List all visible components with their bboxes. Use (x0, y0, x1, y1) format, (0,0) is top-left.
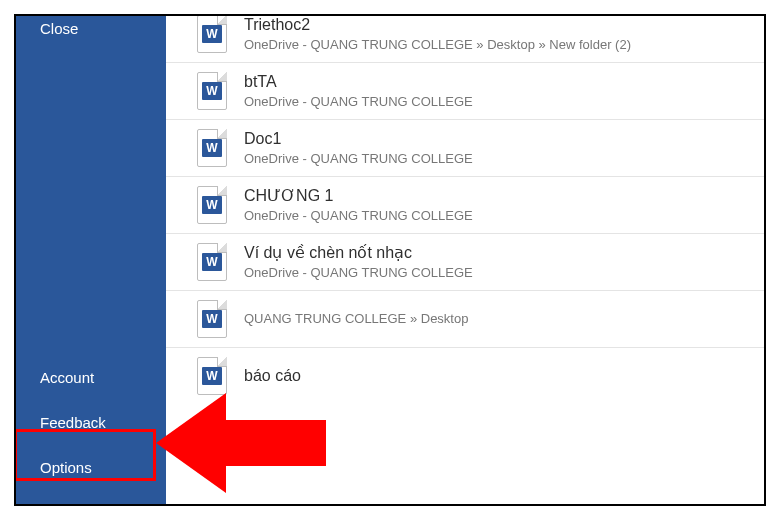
file-text: Triethoc2 OneDrive - QUANG TRUNG COLLEGE… (244, 14, 631, 53)
recent-document-row[interactable]: W QUANG TRUNG COLLEGE » Desktop (166, 291, 764, 348)
file-name: Ví dụ về chèn nốt nhạc (244, 242, 473, 264)
file-path: OneDrive - QUANG TRUNG COLLEGE (244, 150, 473, 168)
file-path: OneDrive - QUANG TRUNG COLLEGE (244, 264, 473, 282)
word-document-icon: W (194, 242, 230, 282)
file-path: OneDrive - QUANG TRUNG COLLEGE » Desktop… (244, 36, 631, 54)
word-document-icon: W (194, 71, 230, 111)
file-name: Triethoc2 (244, 14, 631, 36)
word-backstage-view: Close Account Feedback Options W (16, 14, 764, 506)
sidebar-item-label: Feedback (40, 414, 106, 431)
recent-document-row[interactable]: W báo cáo (166, 348, 764, 404)
file-name: báo cáo (244, 365, 301, 387)
sidebar-top-group: Close (16, 14, 166, 51)
backstage-sidebar: Close Account Feedback Options (16, 14, 166, 506)
recent-document-row[interactable]: W Triethoc2 OneDrive - QUANG TRUNG COLLE… (166, 14, 764, 63)
file-text: Ví dụ về chèn nốt nhạc OneDrive - QUANG … (244, 242, 473, 281)
sidebar-item-label: Account (40, 369, 94, 386)
recent-document-row[interactable]: W btTA OneDrive - QUANG TRUNG COLLEGE (166, 63, 764, 120)
sidebar-item-feedback[interactable]: Feedback (16, 400, 166, 445)
file-path: QUANG TRUNG COLLEGE » Desktop (244, 310, 468, 328)
word-document-icon: W (194, 128, 230, 168)
file-path: OneDrive - QUANG TRUNG COLLEGE (244, 93, 473, 111)
file-name: Doc1 (244, 128, 473, 150)
file-text: btTA OneDrive - QUANG TRUNG COLLEGE (244, 71, 473, 110)
recent-document-row[interactable]: W Doc1 OneDrive - QUANG TRUNG COLLEGE (166, 120, 764, 177)
word-document-icon: W (194, 356, 230, 396)
file-path: OneDrive - QUANG TRUNG COLLEGE (244, 207, 473, 225)
file-name: CHƯƠNG 1 (244, 185, 473, 207)
file-text: CHƯƠNG 1 OneDrive - QUANG TRUNG COLLEGE (244, 185, 473, 224)
screenshot-frame: Close Account Feedback Options W (14, 14, 766, 506)
sidebar-item-close[interactable]: Close (16, 14, 166, 51)
word-document-icon: W (194, 185, 230, 225)
file-text: Doc1 OneDrive - QUANG TRUNG COLLEGE (244, 128, 473, 167)
recent-document-row[interactable]: W CHƯƠNG 1 OneDrive - QUANG TRUNG COLLEG… (166, 177, 764, 234)
file-text: báo cáo (244, 365, 301, 387)
word-document-icon: W (194, 299, 230, 339)
sidebar-item-options[interactable]: Options (16, 445, 166, 490)
recent-documents-panel: W Triethoc2 OneDrive - QUANG TRUNG COLLE… (166, 14, 764, 506)
sidebar-item-label: Options (40, 459, 92, 476)
sidebar-item-account[interactable]: Account (16, 355, 166, 400)
file-text: QUANG TRUNG COLLEGE » Desktop (244, 310, 468, 328)
sidebar-bottom-group: Account Feedback Options (16, 355, 166, 490)
sidebar-item-label: Close (40, 20, 78, 37)
recent-document-row[interactable]: W Ví dụ về chèn nốt nhạc OneDrive - QUAN… (166, 234, 764, 291)
word-document-icon: W (194, 14, 230, 54)
file-name: btTA (244, 71, 473, 93)
